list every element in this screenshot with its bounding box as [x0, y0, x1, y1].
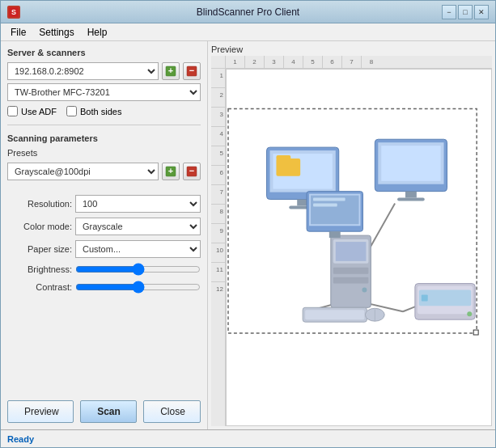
- h-tick-6: 6: [323, 56, 342, 68]
- paper-size-row: Paper size: Custom...: [7, 240, 201, 258]
- preview-canvas[interactable]: [226, 69, 492, 426]
- menu-file[interactable]: File: [4, 25, 32, 40]
- separator-1: [7, 125, 201, 125]
- svg-text:−: −: [189, 66, 194, 75]
- paper-size-select[interactable]: Custom...: [75, 240, 201, 258]
- brightness-slider-container: [75, 263, 201, 276]
- svg-rect-44: [305, 310, 364, 319]
- svg-rect-28: [381, 146, 440, 181]
- scanner-select[interactable]: TW-Brother MFC-73201: [7, 83, 201, 101]
- action-buttons: Preview Scan Close: [7, 394, 201, 423]
- color-mode-row: Color mode: Grayscale: [7, 218, 201, 235]
- svg-rect-22: [276, 158, 300, 176]
- resolution-row: Resolution: 100: [7, 195, 201, 213]
- add-server-button[interactable]: +: [162, 62, 180, 80]
- minimize-button[interactable]: −: [442, 5, 456, 19]
- v-tick-3: 3: [211, 108, 225, 127]
- use-adf-checkbox[interactable]: [7, 106, 18, 116]
- svg-rect-35: [333, 277, 369, 284]
- preview-label: Preview: [211, 44, 492, 54]
- remove-server-button[interactable]: −: [183, 62, 201, 80]
- brightness-slider[interactable]: [75, 263, 201, 276]
- scan-button[interactable]: Scan: [80, 400, 137, 423]
- use-adf-label[interactable]: Use ADF: [7, 106, 57, 116]
- scanning-section-title: Scanning parameters: [7, 133, 201, 143]
- contrast-slider-container: [75, 281, 201, 294]
- preset-select[interactable]: Grayscale@100dpi: [7, 163, 159, 180]
- contrast-row: Contrast:: [7, 281, 201, 294]
- h-tick-4: 4: [284, 56, 303, 68]
- v-tick-2: 2: [211, 88, 225, 108]
- resolution-select[interactable]: 100: [75, 195, 201, 213]
- svg-rect-30: [397, 198, 425, 201]
- svg-rect-29: [405, 192, 417, 198]
- close-button-main[interactable]: Close: [143, 400, 201, 423]
- color-mode-label: Color mode:: [7, 222, 72, 231]
- window-title: BlindScanner Pro Client: [7, 6, 489, 18]
- restore-button[interactable]: □: [458, 5, 473, 19]
- server-select[interactable]: 192.168.0.2:8902: [7, 62, 159, 80]
- h-tick-8: 8: [362, 56, 381, 68]
- v-tick-4: 4: [211, 127, 225, 146]
- v-tick-11: 11: [211, 263, 225, 282]
- resolution-label: Resolution:: [7, 199, 72, 209]
- title-bar: S BlindScanner Pro Client − □ ✕: [1, 1, 495, 23]
- h-tick-7: 7: [342, 56, 362, 68]
- svg-point-36: [362, 288, 367, 293]
- paper-size-label: Paper size:: [7, 244, 72, 254]
- svg-rect-40: [313, 198, 346, 201]
- svg-text:+: +: [168, 66, 173, 75]
- server-section: Server & scanners 192.168.0.2:8902 +: [7, 48, 201, 116]
- status-bar: Ready: [1, 429, 495, 447]
- main-window: S BlindScanner Pro Client − □ ✕ File Set…: [0, 0, 496, 448]
- preview-body: 1 2 3 4 5 6 7 8 9 10 11 12: [211, 69, 492, 426]
- server-row: 192.168.0.2:8902 + −: [7, 62, 201, 80]
- brightness-label: Brightness:: [7, 264, 72, 274]
- right-panel: Preview 1 2 3 4 5 6 7 8: [208, 41, 495, 429]
- status-text: Ready: [7, 434, 34, 444]
- adf-options-row: Use ADF Both sides: [7, 106, 201, 116]
- v-tick-8: 8: [211, 205, 225, 224]
- menu-settings[interactable]: Settings: [32, 25, 80, 40]
- h-tick-2: 2: [245, 56, 265, 68]
- svg-point-51: [467, 311, 472, 316]
- server-section-title: Server & scanners: [7, 48, 201, 57]
- h-tick-1: 1: [226, 56, 245, 68]
- spacer-1: [7, 184, 201, 190]
- v-tick-7: 7: [211, 185, 225, 205]
- remove-preset-button[interactable]: −: [183, 163, 201, 180]
- menu-help[interactable]: Help: [81, 25, 114, 40]
- add-preset-button[interactable]: +: [162, 163, 180, 180]
- svg-rect-34: [333, 268, 369, 274]
- svg-rect-42: [329, 231, 341, 238]
- main-content: Server & scanners 192.168.0.2:8902 +: [1, 41, 495, 429]
- h-tick-3: 3: [265, 56, 284, 68]
- preview-button[interactable]: Preview: [7, 400, 74, 423]
- both-sides-checkbox[interactable]: [66, 106, 77, 116]
- both-sides-label[interactable]: Both sides: [66, 106, 121, 116]
- contrast-label: Contrast:: [7, 282, 72, 292]
- scanning-section: Scanning parameters Presets Grayscale@10…: [7, 133, 201, 294]
- brightness-row: Brightness:: [7, 263, 201, 276]
- v-ruler: 1 2 3 4 5 6 7 8 9 10 11 12: [211, 69, 226, 426]
- v-tick-6: 6: [211, 166, 225, 185]
- v-tick-12: 12: [211, 282, 225, 302]
- left-panel: Server & scanners 192.168.0.2:8902 +: [1, 41, 208, 429]
- svg-rect-33: [336, 242, 367, 261]
- close-button[interactable]: ✕: [474, 5, 489, 19]
- svg-rect-41: [313, 204, 337, 207]
- svg-rect-50: [422, 294, 428, 301]
- color-mode-select[interactable]: Grayscale: [75, 218, 201, 235]
- presets-row: Grayscale@100dpi + −: [7, 163, 201, 180]
- svg-text:−: −: [189, 166, 194, 175]
- h-ruler: 1 2 3 4 5 6 7 8: [226, 56, 492, 69]
- svg-text:+: +: [168, 166, 173, 175]
- menu-bar: File Settings Help: [1, 23, 495, 41]
- v-tick-9: 9: [211, 224, 225, 243]
- contrast-slider[interactable]: [75, 281, 201, 294]
- window-controls: − □ ✕: [442, 5, 489, 19]
- v-tick-5: 5: [211, 146, 225, 166]
- ruler-top-row: 1 2 3 4 5 6 7 8: [211, 56, 492, 69]
- preview-image: [227, 70, 491, 425]
- svg-rect-23: [276, 155, 290, 160]
